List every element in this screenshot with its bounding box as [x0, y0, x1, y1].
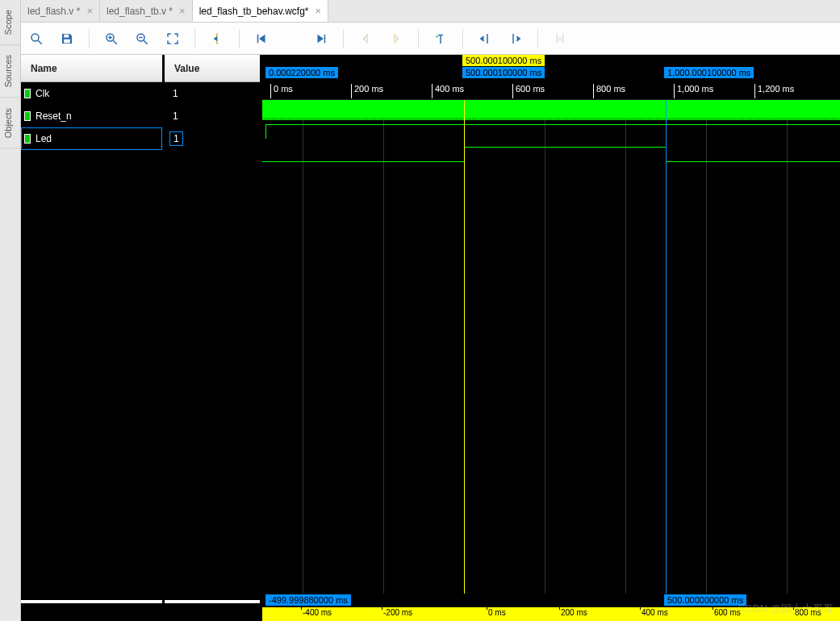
- tab-label: led_flash.v *: [27, 6, 80, 17]
- wave-segment: [666, 161, 840, 162]
- zoom-fit-icon[interactable]: [164, 30, 182, 48]
- watermark: CSDN @国士大哥哥: [738, 602, 834, 616]
- swap-cursors-icon[interactable]: [551, 30, 569, 48]
- side-tab-scope[interactable]: Scope: [0, 0, 20, 45]
- cursor-blue[interactable]: [666, 100, 667, 594]
- ruler-tick: 1,000 ms: [674, 84, 713, 98]
- goto-cursor-icon[interactable]: [208, 30, 226, 48]
- zoom-out-icon[interactable]: [133, 30, 151, 48]
- grid-line: [625, 100, 626, 594]
- ruler-tick: -400 ms: [303, 608, 332, 617]
- zoom-in-icon[interactable]: [102, 30, 120, 48]
- search-icon[interactable]: [27, 30, 45, 48]
- svg-rect-12: [257, 34, 259, 43]
- tab-label: led_flash_tb_behav.wcfg*: [199, 6, 309, 17]
- side-tab-bar: Scope Sources Objects: [0, 0, 21, 621]
- wave-transition: [265, 124, 266, 139]
- separator: [462, 29, 463, 48]
- names-header[interactable]: Name: [21, 55, 162, 82]
- marker-bottom-left[interactable]: -499.999880000 ms: [265, 594, 351, 606]
- wave-segment: [464, 147, 666, 148]
- signal-icon: [24, 89, 31, 98]
- values-panel: Value 1 1 1: [165, 55, 260, 621]
- value-row-reset[interactable]: 1: [165, 105, 260, 127]
- ruler-tick: 200 ms: [351, 84, 383, 98]
- close-icon[interactable]: ×: [86, 5, 93, 17]
- separator: [343, 29, 344, 48]
- grid-line: [383, 100, 384, 594]
- cursor-yellow[interactable]: [464, 100, 465, 594]
- goto-start-icon[interactable]: [253, 30, 270, 48]
- marker-left[interactable]: 0.000220000 ms: [265, 67, 338, 78]
- marker-right[interactable]: 1,000.000100000 ms: [664, 67, 754, 78]
- tab-led-flash-tb[interactable]: led_flash_tb.v * ×: [100, 0, 193, 22]
- values-header[interactable]: Value: [165, 55, 260, 82]
- spacer: [165, 603, 260, 621]
- editor-tabs: led_flash.v * × led_flash_tb.v * × led_f…: [21, 0, 840, 23]
- close-icon[interactable]: ×: [179, 5, 186, 17]
- waveform-content: Name Clk Reset_n Led Value 1 1 1 0.00022…: [21, 55, 840, 621]
- waveform-panel[interactable]: 0.000220000 ms 500.000100000 ms 500.0001…: [262, 55, 840, 621]
- svg-line-7: [113, 40, 117, 44]
- grid-line: [303, 100, 303, 594]
- close-icon[interactable]: ×: [316, 5, 322, 17]
- marker-bottom-right[interactable]: 500.000000000 ms: [664, 594, 746, 606]
- separator: [89, 29, 90, 48]
- prev-marker-icon[interactable]: [476, 30, 494, 48]
- marker-yellow[interactable]: 500.000100000 ms: [462, 55, 545, 66]
- main-area: led_flash.v * × led_flash_tb.v * × led_f…: [21, 0, 840, 621]
- separator: [537, 29, 538, 48]
- prev-transition-icon[interactable]: [357, 30, 374, 48]
- ruler-tick: 200 ms: [561, 608, 587, 617]
- tab-label: led_flash_tb.v *: [107, 6, 173, 17]
- ruler-tick: 400 ms: [641, 608, 668, 617]
- names-body: Clk Reset_n Led: [21, 82, 162, 600]
- marker-bar-top: 0.000220000 ms 500.000100000 ms 500.0001…: [262, 55, 840, 82]
- signal-row-clk[interactable]: Clk: [21, 82, 162, 105]
- svg-rect-3: [64, 39, 70, 43]
- wave-clk: [262, 100, 840, 118]
- wave-led: [262, 145, 840, 163]
- value-row-led[interactable]: 1: [165, 127, 260, 150]
- svg-text:+: +: [435, 33, 439, 40]
- wave-reset: [262, 123, 840, 140]
- tab-led-flash[interactable]: led_flash.v * ×: [21, 0, 100, 22]
- ruler-tick: -200 ms: [383, 608, 412, 617]
- signal-icon: [24, 134, 31, 144]
- next-transition-icon[interactable]: [387, 30, 405, 48]
- goto-end-icon[interactable]: [312, 30, 330, 48]
- ruler-tick: 0 ms: [488, 608, 506, 617]
- values-body: 1 1 1: [165, 82, 260, 600]
- add-marker-icon[interactable]: +: [432, 30, 449, 48]
- separator: [418, 29, 419, 48]
- spacer: [21, 603, 162, 621]
- ruler-tick: 600 ms: [512, 84, 545, 98]
- svg-line-10: [144, 40, 148, 44]
- signal-row-led[interactable]: Led: [21, 127, 162, 150]
- ruler-top[interactable]: 0 ms200 ms400 ms600 ms800 ms1,000 ms1,20…: [262, 82, 840, 100]
- side-tab-sources[interactable]: Sources: [0, 45, 20, 98]
- tab-wcfg[interactable]: led_flash_tb_behav.wcfg* ×: [193, 0, 328, 22]
- wave-body[interactable]: [262, 100, 840, 594]
- signal-row-reset[interactable]: Reset_n: [21, 105, 162, 127]
- svg-rect-2: [64, 34, 69, 37]
- svg-rect-13: [324, 34, 326, 43]
- ruler-tick: 0 ms: [270, 84, 293, 98]
- wave-segment: [262, 161, 464, 162]
- signal-icon: [24, 111, 31, 121]
- toolbar: +: [21, 23, 840, 55]
- save-icon[interactable]: [58, 30, 76, 48]
- wave-segment: [265, 124, 840, 125]
- separator: [239, 29, 240, 48]
- ruler-tick: 800 ms: [593, 84, 625, 98]
- side-tab-objects[interactable]: Objects: [0, 98, 20, 148]
- ruler-tick: 600 ms: [714, 608, 741, 617]
- value-row-clk[interactable]: 1: [165, 82, 260, 105]
- separator: [194, 29, 195, 48]
- grid-line: [545, 100, 545, 594]
- ruler-tick: 400 ms: [432, 84, 464, 98]
- ruler-tick: 1,200 ms: [754, 84, 794, 98]
- svg-line-1: [38, 40, 42, 44]
- next-marker-icon[interactable]: [507, 30, 524, 48]
- marker-blue-under[interactable]: 500.000100000 ms: [462, 67, 545, 78]
